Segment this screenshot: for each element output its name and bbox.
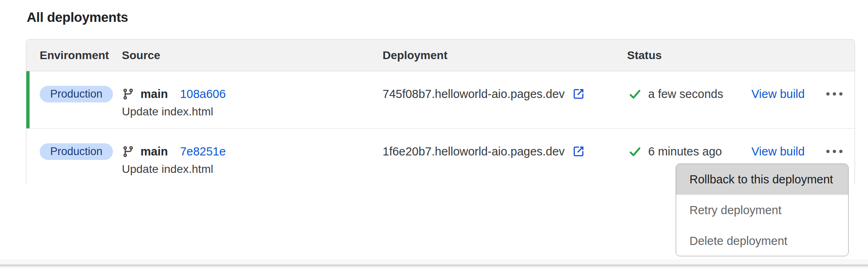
success-check-icon (629, 145, 641, 158)
column-header-status: Status (627, 40, 662, 71)
status-time: 6 minutes ago (648, 145, 722, 158)
page-title: All deployments (27, 10, 128, 25)
page-bottom-edge (0, 266, 868, 268)
commit-message: Update index.html (122, 163, 213, 176)
environment-badge: Production (40, 143, 113, 160)
deployments-page: All deployments Environment Source Deplo… (0, 0, 868, 268)
branch-name: main (140, 87, 168, 101)
git-branch-icon (122, 88, 134, 100)
branch-name: main (140, 145, 168, 158)
deployment-row-1: Production main 108a606 Update index.htm… (26, 71, 855, 129)
deployment-url: 1f6e20b7.helloworld-aio.pages.dev (383, 145, 565, 158)
external-link-icon[interactable] (572, 87, 585, 101)
external-link-icon[interactable] (572, 145, 585, 158)
commit-link[interactable]: 7e8251e (180, 145, 226, 158)
current-deployment-indicator (26, 71, 30, 128)
deployment-options-menu: Rollback to this deployment Retry deploy… (676, 164, 849, 256)
ellipsis-dot (826, 150, 830, 153)
ellipsis-dot (826, 92, 830, 96)
menu-item-rollback[interactable]: Rollback to this deployment (676, 164, 848, 195)
success-check-icon (629, 88, 641, 100)
commit-link[interactable]: 108a606 (180, 87, 226, 101)
view-build-link[interactable]: View build (751, 145, 805, 158)
menu-item-delete[interactable]: Delete deployment (676, 225, 848, 256)
environment-badge: Production (40, 86, 113, 102)
ellipsis-dot (839, 150, 842, 153)
status-time: a few seconds (648, 87, 723, 101)
column-header-deployment: Deployment (383, 40, 447, 71)
deployment-options-menu-button[interactable] (821, 144, 848, 159)
commit-message: Update index.html (122, 105, 213, 118)
ellipsis-dot (839, 92, 842, 96)
deployment-url: 745f08b7.helloworld-aio.pages.dev (383, 87, 565, 101)
deployment-options-menu-button[interactable] (821, 87, 848, 101)
ellipsis-dot (833, 92, 836, 96)
git-branch-icon (122, 145, 134, 158)
menu-item-retry[interactable]: Retry deployment (676, 195, 848, 225)
ellipsis-dot (833, 150, 836, 153)
page-bottom-band (0, 259, 868, 264)
column-header-environment: Environment (40, 40, 109, 71)
table-header-row: Environment Source Deployment Status (26, 40, 855, 71)
column-header-source: Source (122, 40, 160, 71)
view-build-link[interactable]: View build (751, 87, 805, 101)
